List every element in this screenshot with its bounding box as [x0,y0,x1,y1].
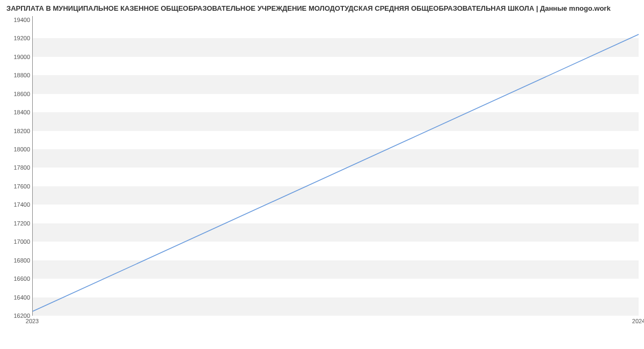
y-tick-label: 17000 [4,238,30,245]
y-tick-label: 18000 [4,146,30,152]
chart-container: 1620016400166001680017000172001740017600… [0,15,644,332]
y-tick-label: 19200 [4,35,30,41]
y-tick-label: 19000 [4,54,30,60]
y-tick-label: 17400 [4,201,30,208]
y-tick-label: 17800 [4,164,30,171]
x-tick-label: 2023 [26,318,39,324]
y-tick-label: 19400 [4,17,30,23]
y-tick-label: 17200 [4,220,30,227]
y-tick-label: 17600 [4,183,30,190]
y-tick-label: 16400 [4,294,30,301]
y-tick-label: 18200 [4,128,30,134]
y-tick-label: 18600 [4,91,30,97]
y-tick-label: 18400 [4,109,30,115]
chart-title: ЗАРПЛАТА В МУНИЦИПАЛЬНОЕ КАЗЕННОЕ ОБЩЕОБ… [0,0,644,12]
y-tick-label: 16800 [4,257,30,264]
y-tick-label: 16600 [4,275,30,282]
y-tick-label: 18800 [4,72,30,78]
plot-area [32,16,639,316]
x-tick-label: 2024 [632,318,644,324]
data-line [33,34,639,311]
line-chart-svg [33,16,639,315]
